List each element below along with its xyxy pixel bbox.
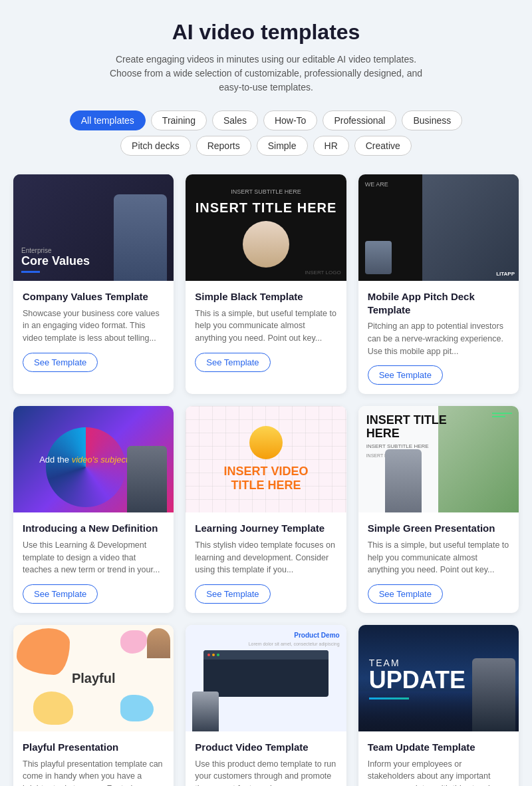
dot-yellow (212, 654, 215, 656)
thumb-insert-title: INSERT TITLE HERE (196, 200, 337, 216)
thumb-person (192, 691, 219, 731)
filter-row-2: Pitch decks Reports Simple HR Creative (13, 136, 519, 156)
template-body: Team Update Template Inform your employe… (358, 731, 519, 786)
template-desc: Pitching an app to potential investors c… (368, 320, 509, 357)
thumb-text-overlay: Enterprise Core Values (21, 247, 90, 273)
thumbnail-simple-green: INSERT TITLEHERE INSERT SUBTITLE HERE IN… (358, 406, 519, 512)
template-card-new-definition: Add the video's subject here Introducing… (13, 406, 174, 613)
template-card-playful: Playful Playful Presentation This playfu… (13, 625, 174, 786)
filter-how-to[interactable]: How-To (263, 110, 317, 130)
thumb-playful-text: Playful (72, 671, 116, 686)
thumb-insert-video-title: INSERT VIDEOTITLE HERE (223, 465, 308, 493)
dot-red (207, 654, 210, 656)
template-body: Learning Journey Template This stylish v… (186, 512, 346, 613)
template-card-simple-black: INSERT SUBTITLE HERE INSERT TITLE HERE I… (186, 174, 346, 394)
thumb-blob-2 (33, 691, 73, 725)
thumb-person (114, 194, 167, 281)
thumb-teal-line (369, 697, 409, 699)
template-desc: This playful presentation template can c… (23, 758, 164, 787)
thumb-insert-subtitle: INSERT SUBTITLE HERE (366, 443, 447, 449)
template-name: Introducing a New Definition (23, 522, 164, 535)
template-desc: Showcase your business core values in an… (23, 307, 164, 345)
template-card-learning-journey: INSERT VIDEOTITLE HERE Learning Journey … (186, 406, 346, 613)
template-name: Mobile App Pitch Deck Template (368, 290, 509, 316)
template-card-mobile-app: WE ARE LITAPP Mobile App Pitch Deck Temp… (358, 174, 519, 394)
thumbnail-new-definition: Add the video's subject here (13, 406, 174, 512)
thumb-grid-lines (186, 406, 346, 512)
thumb-brand: LITAPP (496, 271, 515, 277)
filter-section: All templates Training Sales How-To Prof… (13, 110, 519, 156)
filter-training[interactable]: Training (151, 110, 207, 130)
thumbnail-learning-journey: INSERT VIDEOTITLE HERE (186, 406, 346, 512)
see-template-button[interactable]: See Template (23, 584, 98, 604)
filter-professional[interactable]: Professional (323, 110, 396, 130)
templates-grid: Enterprise Core Values Company Values Te… (13, 174, 519, 786)
thumb-green-lines (492, 413, 512, 417)
filter-sales[interactable]: Sales (212, 110, 258, 130)
filter-pitch-decks[interactable]: Pitch decks (120, 136, 191, 156)
template-name: Team Update Template (368, 741, 509, 754)
see-template-button[interactable]: See Template (368, 365, 443, 385)
thumb-insert-logo: INSERT LOGO (305, 270, 340, 276)
thumb-person (385, 449, 422, 512)
thumb-person (472, 658, 515, 731)
filter-business[interactable]: Business (402, 110, 462, 130)
template-desc: This is a simple, but useful template to… (195, 307, 336, 345)
thumb-big-text: Core Values (21, 254, 90, 268)
thumb-person-avatar (249, 426, 283, 459)
thumbnail-team-update: TEAM UPDATE (358, 625, 519, 731)
thumb-person (127, 446, 167, 512)
filter-hr[interactable]: HR (313, 136, 349, 156)
thumb-blob-3 (120, 695, 154, 721)
template-desc: Use this Learning & Development template… (23, 539, 164, 576)
template-desc: Inform your employees or stakeholders ab… (368, 758, 509, 787)
template-name: Learning Journey Template (195, 522, 336, 535)
template-body: Product Video Template Use this product … (186, 731, 346, 786)
thumbnail-product-video: Product Demo Lorem dolor sit amet, conse… (186, 625, 346, 731)
template-desc: This is a simple, but useful template to… (368, 539, 509, 576)
thumb-person-circle (243, 221, 289, 268)
template-card-product-video: Product Demo Lorem dolor sit amet, conse… (186, 625, 346, 786)
page-subtitle: Create engaging videos in minutes using … (100, 53, 432, 95)
thumbnail-mobile-app: WE ARE LITAPP (358, 174, 519, 281)
thumb-small-person (365, 241, 392, 274)
green-line-2 (492, 416, 505, 417)
thumb-small-text: Enterprise (21, 247, 90, 254)
thumb-lorem-text: Lorem dolor sit amet, consectetur adipis… (249, 642, 340, 646)
thumb-screen-mock (203, 650, 329, 697)
template-body: Introducing a New Definition Use this Le… (13, 512, 174, 613)
template-body: Playful Presentation This playful presen… (13, 731, 174, 786)
template-desc: This stylish video template focuses on l… (195, 539, 336, 576)
template-body: Company Values Template Showcase your bu… (13, 281, 174, 381)
thumb-accent-line (21, 271, 40, 273)
template-desc: Use this product demo template to run yo… (195, 758, 336, 787)
filter-all-templates[interactable]: All templates (70, 110, 146, 130)
thumbnail-company-values: Enterprise Core Values (13, 174, 174, 281)
template-name: Product Video Template (195, 741, 336, 754)
green-line-1 (492, 413, 512, 414)
thumb-we-are: WE ARE (365, 181, 388, 188)
template-body: Simple Black Template This is a simple, … (186, 281, 346, 381)
see-template-button[interactable]: See Template (195, 353, 270, 372)
template-card-company-values: Enterprise Core Values Company Values Te… (13, 174, 174, 394)
thumb-blob-4 (120, 630, 147, 654)
template-name: Company Values Template (23, 290, 164, 303)
dot-green (217, 654, 219, 656)
see-template-button[interactable]: See Template (23, 353, 98, 372)
template-card-team-update: TEAM UPDATE Team Update Template Inform … (358, 625, 519, 786)
see-template-button[interactable]: See Template (368, 584, 443, 604)
see-template-button[interactable]: See Template (195, 584, 270, 604)
filter-creative[interactable]: Creative (354, 136, 412, 156)
thumb-product-demo-label: Product Demo (294, 632, 339, 639)
thumb-insert-subtitle: INSERT SUBTITLE HERE (231, 188, 301, 195)
template-name: Simple Black Template (195, 290, 336, 303)
thumb-screen-header (203, 650, 329, 660)
thumb-person-main (422, 174, 519, 281)
page-title: AI video templates (13, 20, 519, 45)
thumb-italic-text: video's subject (72, 455, 128, 465)
template-body: Simple Green Presentation This is a simp… (358, 512, 519, 613)
template-name: Playful Presentation (23, 741, 164, 754)
thumbnail-playful: Playful (13, 625, 174, 731)
filter-reports[interactable]: Reports (196, 136, 251, 156)
filter-simple[interactable]: Simple (257, 136, 308, 156)
